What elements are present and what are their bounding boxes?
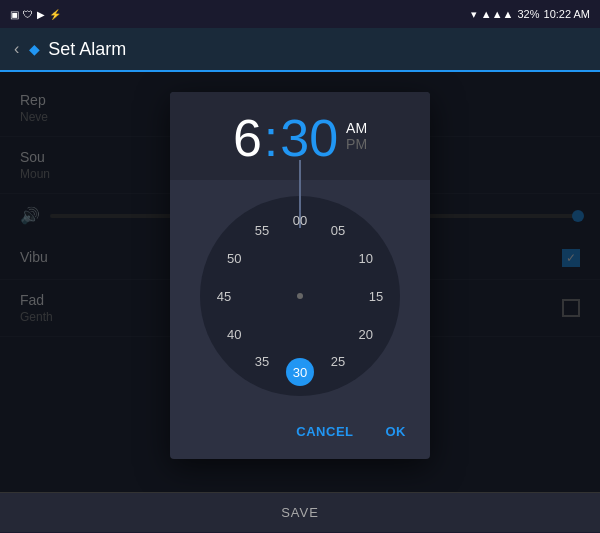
wifi-icon: ▾ <box>471 8 477 21</box>
ampm-stack: AM PM <box>346 112 367 152</box>
status-icon-2: 🛡 <box>23 9 33 20</box>
save-bar[interactable]: SAVE <box>0 492 600 532</box>
cancel-button[interactable]: CANCEL <box>288 420 361 443</box>
battery-text: 32% <box>517 8 539 20</box>
status-bar: ▣ 🛡 ▶ ⚡ ▾ ▲▲▲ 32% 10:22 AM <box>0 0 600 28</box>
status-icon-3: ▶ <box>37 9 45 20</box>
clock-number-35[interactable]: 35 <box>248 348 276 376</box>
status-right-info: ▾ ▲▲▲ 32% 10:22 AM <box>471 8 590 21</box>
save-label: SAVE <box>281 505 319 520</box>
diamond-icon: ◆ <box>29 41 40 57</box>
time-colon: : <box>264 112 278 164</box>
clock-number-05[interactable]: 05 <box>324 216 352 244</box>
dialog-actions: CANCEL OK <box>170 412 430 459</box>
ok-button[interactable]: OK <box>378 420 415 443</box>
clock-number-55[interactable]: 55 <box>248 216 276 244</box>
clock-number-00[interactable]: 00 <box>286 206 314 234</box>
clock-number-30[interactable]: 30 <box>286 358 314 386</box>
clock-number-25[interactable]: 25 <box>324 348 352 376</box>
clock-text: 10:22 AM <box>544 8 590 20</box>
status-icon-4: ⚡ <box>49 9 61 20</box>
main-content: Rep Neve Sou Moun 🔊 Vibu ✓ Fad Genth <box>0 72 600 492</box>
clock-face[interactable]: 000510152025303540455055 <box>200 196 400 396</box>
app-bar-title: Set Alarm <box>48 39 126 60</box>
clock-number-45[interactable]: 45 <box>210 282 238 310</box>
time-picker-dialog: 6 : 30 AM PM 000510152025303540455055 CA… <box>170 92 430 459</box>
app-bar: ‹ ◆ Set Alarm <box>0 28 600 72</box>
back-icon[interactable]: ‹ <box>14 40 19 58</box>
clock-number-10[interactable]: 10 <box>352 244 380 272</box>
am-label[interactable]: AM <box>346 120 367 136</box>
time-hour[interactable]: 6 <box>233 112 262 164</box>
clock-number-40[interactable]: 40 <box>220 320 248 348</box>
clock-picker: 000510152025303540455055 <box>170 180 430 412</box>
status-icon-1: ▣ <box>10 9 19 20</box>
time-display: 6 : 30 <box>233 112 338 164</box>
clock-number-20[interactable]: 20 <box>352 320 380 348</box>
clock-center-dot <box>297 293 303 299</box>
clock-number-50[interactable]: 50 <box>220 244 248 272</box>
clock-number-15[interactable]: 15 <box>362 282 390 310</box>
status-left-icons: ▣ 🛡 ▶ ⚡ <box>10 9 61 20</box>
pm-label[interactable]: PM <box>346 136 367 152</box>
time-minutes[interactable]: 30 <box>280 112 338 164</box>
signal-icon: ▲▲▲ <box>481 8 514 20</box>
